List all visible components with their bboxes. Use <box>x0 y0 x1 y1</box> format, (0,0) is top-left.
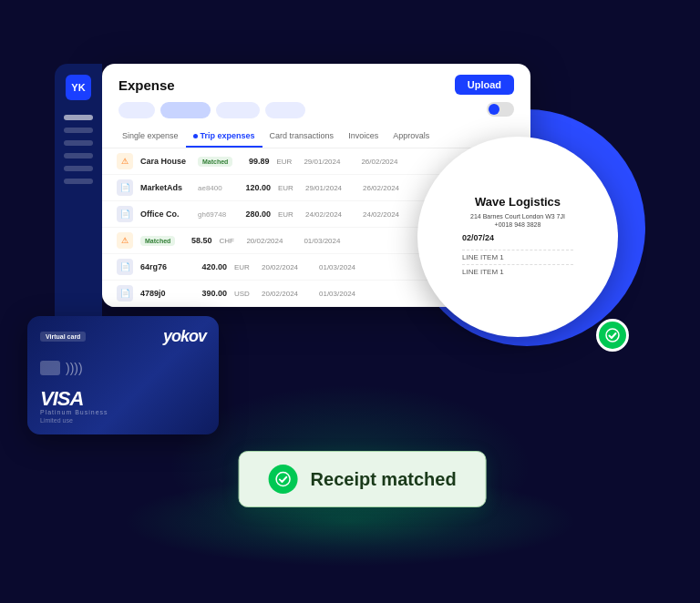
receipt-line-2: LINE ITEM 1 <box>462 264 573 276</box>
tab-invoices[interactable]: Invoices <box>341 126 386 148</box>
receipt-circle: Wave Logistics 214 Barnes Court London W… <box>417 137 618 337</box>
receipt-matched-text: Receipt matched <box>311 469 457 490</box>
tabs-row: Single expense Trip expenses Card transa… <box>102 126 530 148</box>
nfc-icon: )))) <box>66 361 83 375</box>
row-currency: EUR <box>278 210 298 219</box>
tab-single-expense[interactable]: Single expense <box>115 126 186 148</box>
receipt-date: 02/07/24 <box>462 233 573 242</box>
row-date2: 01/03/2024 <box>319 290 369 298</box>
sidebar-nav-6[interactable] <box>64 179 93 184</box>
receipt-check-badge <box>596 319 629 352</box>
row-name: Cara House <box>140 157 190 166</box>
row-amount: 390.00 <box>198 289 227 298</box>
row-date1: 20/02/2024 <box>246 237 296 245</box>
filter-row <box>102 102 530 126</box>
check-icon <box>605 328 620 342</box>
row-currency: EUR <box>276 158 296 166</box>
svg-point-1 <box>276 473 290 486</box>
tab-trip-expenses[interactable]: Trip expenses <box>186 126 262 148</box>
tab-active-dot <box>193 134 198 138</box>
row-date2: 24/02/2024 <box>363 210 413 219</box>
checkmark-icon <box>275 471 292 487</box>
row-icon-doc: 📄 <box>117 259 133 275</box>
row-date1: 29/01/2024 <box>304 158 354 166</box>
sidebar-nav-4[interactable] <box>64 153 93 158</box>
card-label: Virtual card <box>40 332 86 342</box>
row-currency: USD <box>234 290 254 298</box>
sidebar-nav-1[interactable] <box>64 115 93 120</box>
svg-point-0 <box>606 329 619 342</box>
card-bottom: VISA Platinum Business Limited use <box>40 389 206 424</box>
filter-toggle[interactable] <box>487 102 514 117</box>
filter-pill-1[interactable] <box>118 102 155 118</box>
row-amount: 99.89 <box>240 157 269 166</box>
row-date1: 20/02/2024 <box>262 263 312 271</box>
row-currency: CHF <box>219 237 239 245</box>
row-icon-doc: 📄 <box>117 179 133 196</box>
visa-sub: Platinum Business <box>40 409 206 415</box>
card-limited-label: Limited use <box>40 417 206 424</box>
receipt-address: 214 Barnes Court London W3 7JI +0018 948… <box>462 212 573 229</box>
filter-pill-3[interactable] <box>216 102 260 118</box>
logo-text: YK <box>71 82 85 93</box>
matched-badge: Matched <box>140 236 175 246</box>
filter-pill-4[interactable] <box>265 102 305 118</box>
row-amount: 120.00 <box>242 183 271 192</box>
tab-card-transactions[interactable]: Card transactions <box>262 126 342 148</box>
row-name: 64rg76 <box>140 262 190 271</box>
row-icon-doc: 📄 <box>117 285 133 302</box>
card-top-row: Virtual card yokov <box>40 327 206 346</box>
receipt-matched-banner: Receipt matched <box>239 451 487 507</box>
receipt-line-1: LINE ITEM 1 <box>462 250 573 261</box>
matched-badge: Matched <box>198 157 232 167</box>
sidebar-nav-3[interactable] <box>64 140 93 146</box>
matched-check-icon <box>269 465 298 494</box>
row-amount: 280.00 <box>242 210 271 219</box>
dashboard-header: Expense Upload <box>102 64 530 102</box>
row-date2: 01/03/2024 <box>319 263 369 271</box>
visa-logo: VISA <box>40 389 206 409</box>
dashboard-title: Expense <box>118 77 175 93</box>
row-icon-warning: ⚠ <box>117 153 133 169</box>
row-name: MarketAds <box>140 183 190 192</box>
row-name: Office Co. <box>140 210 190 219</box>
row-date2: 01/03/2024 <box>304 237 354 245</box>
row-date1: 24/02/2024 <box>305 210 355 219</box>
row-date1: 29/01/2024 <box>305 184 355 192</box>
sidebar: YK <box>55 64 102 337</box>
tab-approvals[interactable]: Approvals <box>386 126 437 148</box>
card-chip <box>40 361 60 375</box>
receipt-company: Wave Logistics <box>462 195 573 209</box>
row-id: gh69748 <box>198 210 234 219</box>
row-icon-warning: ⚠ <box>117 232 133 249</box>
row-icon-doc: 📄 <box>117 206 133 222</box>
card-chip-row: )))) <box>40 361 206 375</box>
sidebar-logo: YK <box>66 75 91 100</box>
row-date1: 20/02/2024 <box>262 290 312 298</box>
row-currency: EUR <box>278 184 298 192</box>
row-id: ae8400 <box>198 184 234 192</box>
row-amount: 58.50 <box>182 236 211 245</box>
filter-pill-2[interactable] <box>160 102 211 118</box>
sidebar-nav-2[interactable] <box>64 128 93 133</box>
row-date2: 26/02/2024 <box>361 158 411 166</box>
upload-button[interactable]: Upload <box>455 75 514 95</box>
sidebar-nav-5[interactable] <box>64 166 93 171</box>
card-brand-name: yokov <box>163 327 206 346</box>
scene: YK Expense Upload Single expense <box>0 0 700 603</box>
virtual-card: Virtual card yokov )))) VISA Platinum Bu… <box>27 316 219 434</box>
row-currency: EUR <box>234 263 254 271</box>
row-name: 4789j0 <box>140 289 190 298</box>
row-amount: 420.00 <box>198 262 227 271</box>
receipt-inner: Wave Logistics 214 Barnes Court London W… <box>449 184 586 290</box>
row-date2: 26/02/2024 <box>363 184 413 192</box>
